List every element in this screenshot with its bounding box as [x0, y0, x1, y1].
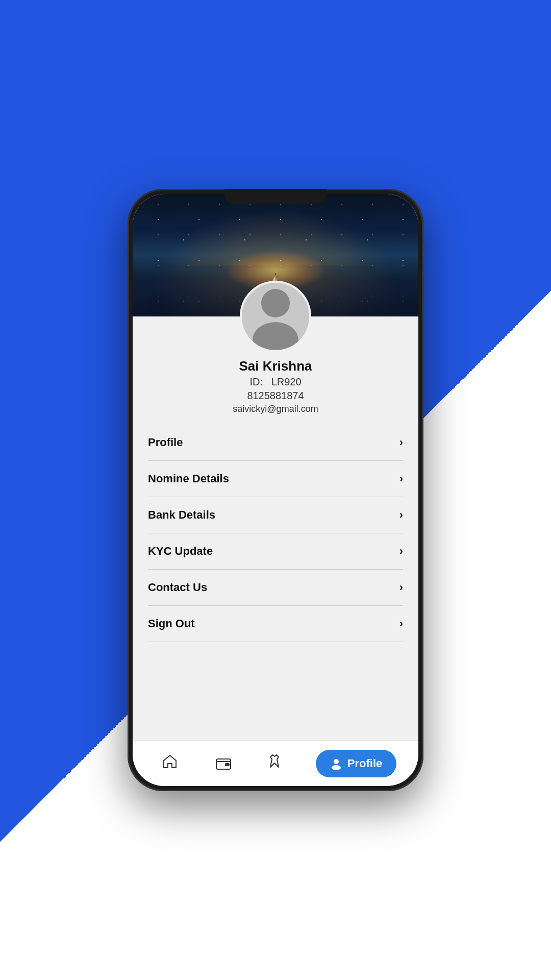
- menu-item-label-contact-us: Contact Us: [148, 581, 207, 594]
- bottom-nav: Profile: [133, 740, 418, 786]
- user-name: Sai Krishna: [143, 358, 408, 374]
- id-value: LR920: [271, 376, 302, 387]
- chevron-right-icon-profile: ›: [399, 436, 403, 449]
- menu-item-profile[interactable]: Profile ›: [148, 425, 403, 461]
- user-info: Sai Krishna ID: LR920 8125881874 saivick…: [133, 352, 418, 425]
- svg-rect-7: [225, 763, 230, 766]
- menu-item-label-nomine-details: Nomine Details: [148, 472, 229, 485]
- profile-nav-label: Profile: [347, 757, 382, 770]
- id-label: ID:: [249, 376, 263, 387]
- menu-list: Profile › Nomine Details › Bank Details …: [133, 425, 418, 740]
- home-icon: [162, 754, 178, 773]
- user-phone: 8125881874: [143, 390, 408, 402]
- home-nav-button[interactable]: [155, 748, 185, 779]
- svg-point-8: [334, 759, 339, 764]
- avatar-container: [133, 281, 418, 352]
- svg-point-5: [253, 322, 298, 350]
- avatar-silhouette: [245, 284, 306, 350]
- menu-item-kyc-update[interactable]: KYC Update ›: [148, 533, 403, 570]
- svg-point-9: [332, 765, 341, 770]
- phone-notch: [224, 189, 327, 204]
- menu-item-contact-us[interactable]: Contact Us ›: [148, 570, 403, 606]
- chevron-right-icon-bank-details: ›: [399, 508, 403, 522]
- menu-item-label-profile: Profile: [148, 436, 183, 449]
- menu-item-bank-details[interactable]: Bank Details ›: [148, 497, 403, 533]
- menu-item-sign-out[interactable]: Sign Out ›: [148, 606, 403, 642]
- menu-item-nomine-details[interactable]: Nomine Details ›: [148, 461, 403, 497]
- profile-nav-icon: [330, 757, 342, 770]
- menu-item-label-kyc-update: KYC Update: [148, 545, 213, 558]
- chevron-right-icon-nomine-details: ›: [399, 472, 403, 485]
- chevron-right-icon-kyc-update: ›: [399, 545, 403, 558]
- profile-nav-button[interactable]: Profile: [316, 750, 396, 777]
- tools-icon: [269, 754, 285, 773]
- user-email: saivickyi@gmail.com: [143, 404, 408, 414]
- screen: Sai Krishna ID: LR920 8125881874 saivick…: [133, 194, 418, 786]
- menu-item-label-sign-out: Sign Out: [148, 617, 195, 630]
- svg-point-4: [261, 289, 290, 317]
- tools-nav-button[interactable]: [262, 748, 292, 779]
- chevron-right-icon-contact-us: ›: [399, 581, 403, 594]
- wallet-icon: [216, 757, 231, 770]
- menu-item-label-bank-details: Bank Details: [148, 508, 215, 522]
- wallet-nav-button[interactable]: [208, 748, 239, 779]
- avatar: [240, 281, 311, 352]
- phone-frame: Sai Krishna ID: LR920 8125881874 saivick…: [128, 189, 423, 791]
- user-id: ID: LR920: [143, 376, 408, 388]
- chevron-right-icon-sign-out: ›: [399, 617, 403, 630]
